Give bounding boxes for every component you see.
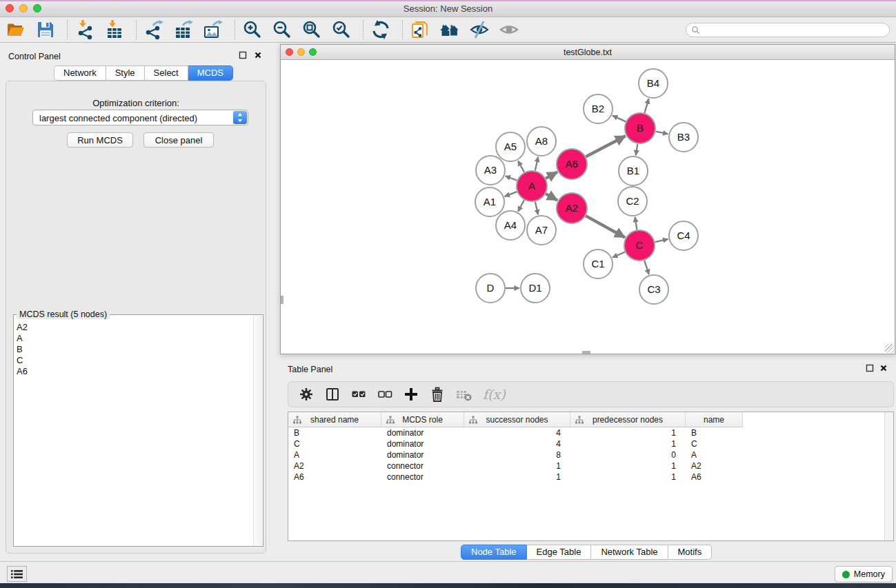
edge-B-B4[interactable] xyxy=(644,99,648,113)
node-A8[interactable]: A8 xyxy=(527,127,556,156)
node-C4[interactable]: C4 xyxy=(669,221,698,250)
tab-edge-table[interactable]: Edge Table xyxy=(527,545,592,560)
clear-checks-icon[interactable] xyxy=(377,386,393,403)
node-A5[interactable]: A5 xyxy=(496,132,525,161)
edge-A-A3[interactable] xyxy=(505,176,517,181)
table-row[interactable]: Cdominator41C xyxy=(288,438,884,449)
float-panel-icon[interactable] xyxy=(866,363,874,371)
column-header-shared-name[interactable]: shared name xyxy=(288,412,381,427)
node-C3[interactable]: C3 xyxy=(639,275,668,304)
node-B[interactable]: B xyxy=(625,113,655,143)
edge-A-A6[interactable] xyxy=(546,172,557,179)
close-panel-icon[interactable] xyxy=(879,363,888,371)
resize-grip[interactable] xyxy=(885,344,894,353)
zoom-out-icon[interactable] xyxy=(272,19,292,40)
node-A1[interactable]: A1 xyxy=(475,187,504,216)
import-network-icon[interactable] xyxy=(74,19,95,40)
add-column-icon[interactable] xyxy=(403,386,419,403)
canvas-left-scroll-nub[interactable] xyxy=(281,296,283,304)
tab-network-table[interactable]: Network Table xyxy=(591,545,668,560)
show-hidden-panels-button[interactable] xyxy=(7,566,27,582)
eye-slash-icon[interactable] xyxy=(469,19,490,40)
select-all-checks-icon[interactable] xyxy=(350,386,367,403)
node-D[interactable]: D xyxy=(476,274,505,303)
edge-B-B3[interactable] xyxy=(656,132,668,134)
import-table-icon[interactable] xyxy=(104,19,125,40)
table-row[interactable]: Adominator80A xyxy=(288,449,884,460)
node-C2[interactable]: C2 xyxy=(618,187,647,216)
network-window-titlebar[interactable]: testGlobe.txt xyxy=(281,45,895,60)
edge-B-B2[interactable] xyxy=(613,116,626,122)
edge-A-A2[interactable] xyxy=(546,194,557,200)
export-network-icon[interactable] xyxy=(143,19,164,40)
edge-C-C1[interactable] xyxy=(613,252,625,257)
edge-A-A5[interactable] xyxy=(518,161,524,172)
column-header-successor-nodes[interactable]: successor nodes xyxy=(464,412,570,427)
destroy-table-icon[interactable] xyxy=(455,386,472,403)
mcds-result-item[interactable]: B xyxy=(17,344,28,355)
split-columns-icon[interactable] xyxy=(324,386,341,403)
mcds-result-item[interactable]: C xyxy=(17,355,28,366)
run-mcds-button[interactable]: Run MCDS xyxy=(67,132,133,148)
zoom-selected-icon[interactable] xyxy=(331,19,352,40)
node-C1[interactable]: C1 xyxy=(584,250,613,278)
node-C[interactable]: C xyxy=(624,230,655,261)
edge-A-A1[interactable] xyxy=(505,192,517,196)
node-A3[interactable]: A3 xyxy=(476,156,505,185)
node-B4[interactable]: B4 xyxy=(639,69,668,98)
zoom-fit-icon[interactable] xyxy=(301,19,322,40)
table-row[interactable]: A2connector11A2 xyxy=(288,460,884,472)
node-A[interactable]: A xyxy=(517,171,547,201)
node-A2[interactable]: A2 xyxy=(557,193,587,223)
node-A6[interactable]: A6 xyxy=(557,149,587,179)
edge-C-C2[interactable] xyxy=(635,217,637,230)
memory-button[interactable]: Memory xyxy=(835,566,893,582)
mcds-result-item[interactable]: A xyxy=(17,333,28,344)
canvas-bottom-scroll-nub[interactable] xyxy=(582,351,590,354)
edge-A-A8[interactable] xyxy=(535,156,538,170)
tab-mcds[interactable]: MCDS xyxy=(188,65,233,81)
tab-motifs[interactable]: Motifs xyxy=(668,545,713,560)
node-A4[interactable]: A4 xyxy=(496,211,525,240)
node-B1[interactable]: B1 xyxy=(619,156,648,185)
table-row[interactable]: Bdominator41B xyxy=(288,427,884,438)
edge-B-B1[interactable] xyxy=(636,144,638,156)
zoom-in-icon[interactable] xyxy=(242,19,263,40)
close-panel-button[interactable]: Close panel xyxy=(143,132,214,148)
mcds-result-item[interactable]: A6 xyxy=(17,366,28,377)
save-floppy-icon[interactable] xyxy=(35,19,56,40)
tab-network[interactable]: Network xyxy=(54,65,106,81)
edge-A6-B[interactable] xyxy=(586,136,625,156)
edge-A-A4[interactable] xyxy=(518,200,524,212)
node-D1[interactable]: D1 xyxy=(521,274,550,303)
criterion-dropdown[interactable]: largest connected component (directed) xyxy=(32,110,248,125)
network-canvas[interactable]: B4B2BB3A8A5A6A3B1AA1C2A2A4A7C4CC1C3DD1 xyxy=(281,60,895,354)
network-document-icon[interactable] xyxy=(410,19,430,40)
tab-node-table[interactable]: Node Table xyxy=(461,545,527,560)
refresh-icon[interactable] xyxy=(370,19,391,40)
eye-icon[interactable] xyxy=(499,19,519,40)
gear-icon[interactable] xyxy=(298,386,315,403)
tab-select[interactable]: Select xyxy=(145,65,188,81)
edge-A2-C[interactable] xyxy=(586,216,625,237)
delete-selected-icon[interactable] xyxy=(429,386,446,403)
column-header-predecessor-nodes[interactable]: predecessor nodes xyxy=(570,412,686,427)
table-row[interactable]: A6connector11A6 xyxy=(288,472,884,483)
edge-C-C3[interactable] xyxy=(644,261,649,274)
scrollbar[interactable] xyxy=(253,316,262,545)
edge-C-C4[interactable] xyxy=(655,239,668,242)
search-input[interactable] xyxy=(703,26,882,35)
mcds-result-item[interactable]: A2 xyxy=(17,322,28,333)
close-panel-icon[interactable] xyxy=(254,50,262,58)
node-B3[interactable]: B3 xyxy=(669,123,698,152)
node-B2[interactable]: B2 xyxy=(584,94,613,123)
export-image-icon[interactable] xyxy=(203,19,223,40)
float-panel-icon[interactable] xyxy=(239,50,247,58)
export-table-icon[interactable] xyxy=(173,19,194,40)
node-A7[interactable]: A7 xyxy=(527,216,556,245)
tab-style[interactable]: Style xyxy=(106,65,145,81)
open-folder-icon[interactable] xyxy=(6,19,26,40)
edge-A-A7[interactable] xyxy=(535,201,538,214)
column-header-name[interactable]: name xyxy=(686,412,743,427)
search-box[interactable] xyxy=(686,23,890,37)
